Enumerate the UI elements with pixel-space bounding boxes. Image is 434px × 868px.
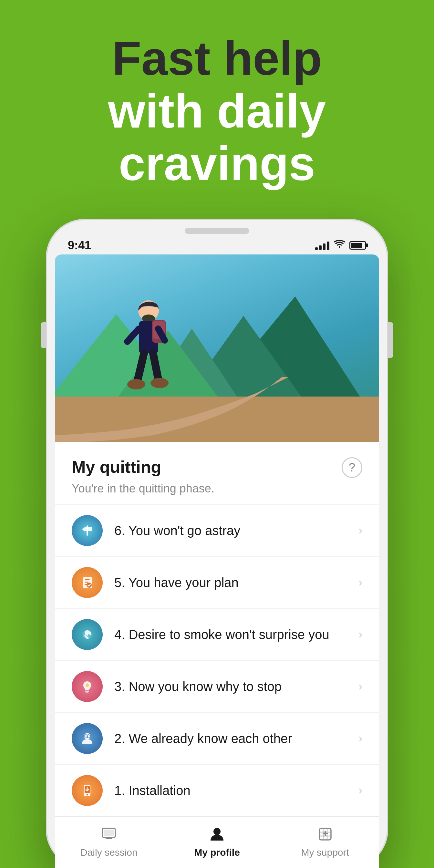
item-text-6: 6. You won't go astray: [114, 523, 359, 538]
list-item[interactable]: 5. You have your plan ›: [55, 557, 379, 609]
item-icon-6: [72, 515, 103, 546]
status-bar: 9:41: [55, 237, 379, 254]
signal-bar-1: [315, 247, 318, 250]
list-item[interactable]: 3. Now you know why to stop ›: [55, 661, 379, 713]
item-icon-3: [72, 671, 103, 702]
list-container: 6. You won't go astray ›: [55, 505, 379, 816]
chevron-icon-4: ›: [359, 628, 362, 641]
signal-bar-4: [327, 242, 330, 250]
battery-fill: [351, 243, 362, 248]
chevron-icon-3: ›: [359, 680, 362, 693]
battery-icon: [349, 241, 366, 250]
bottom-nav: Daily session My profile: [55, 816, 379, 868]
list-item[interactable]: 2. We already know each other ›: [55, 713, 379, 765]
item-icon-5: [72, 567, 103, 598]
section-subtitle: You're in the quitting phase.: [72, 482, 362, 495]
phone-wrapper: 9:41: [0, 219, 434, 868]
monitor-icon: [100, 826, 117, 842]
character-svg: [120, 297, 184, 406]
hero-line3: cravings: [0, 137, 434, 190]
chevron-icon-2: ›: [359, 732, 362, 745]
list-item[interactable]: 6. You won't go astray ›: [55, 505, 379, 557]
signal-bars-icon: [315, 241, 330, 250]
tool-icon: [80, 627, 95, 642]
nav-label-my-support: My support: [301, 847, 349, 858]
svg-line-5: [127, 329, 139, 342]
help-button[interactable]: ?: [342, 457, 362, 478]
svg-rect-13: [85, 579, 90, 580]
chevron-icon-1: ›: [359, 784, 362, 797]
hero-image: [55, 254, 379, 442]
svg-line-7: [137, 353, 144, 380]
notch-pill: [185, 228, 249, 234]
svg-point-10: [151, 378, 168, 388]
phone-notch: [55, 228, 379, 234]
chevron-icon-6: ›: [359, 524, 362, 537]
signal-bar-2: [319, 245, 321, 250]
item-icon-1: [72, 775, 103, 806]
daily-session-icon: [99, 825, 119, 844]
nav-item-my-profile[interactable]: My profile: [163, 825, 271, 858]
item-icon-4: [72, 619, 103, 650]
item-text-5: 5. You have your plan: [114, 576, 359, 590]
item-text-3: 3. Now you know why to stop: [114, 679, 359, 694]
svg-point-21: [86, 683, 89, 687]
section-title: My quitting: [72, 457, 161, 476]
status-time: 9:41: [68, 239, 91, 252]
hero-text-section: Fast help with daily cravings: [0, 0, 434, 209]
svg-rect-19: [85, 691, 89, 692]
my-quitting-section: My quitting ? You're in the quitting pha…: [55, 442, 379, 505]
list-item[interactable]: 1. Installation ›: [55, 765, 379, 816]
status-icons: [315, 240, 366, 251]
signal-bar-3: [323, 244, 326, 250]
signpost-icon: [80, 523, 95, 538]
chevron-icon-5: ›: [359, 576, 362, 589]
phone-install-icon: [80, 783, 95, 798]
nav-label-my-profile: My profile: [194, 847, 240, 858]
hero-line1: Fast help: [0, 32, 434, 85]
profile-icon: [209, 826, 225, 842]
wifi-icon: [334, 240, 345, 251]
item-text-1: 1. Installation: [114, 783, 359, 798]
support-icon: [317, 826, 334, 842]
svg-rect-14: [85, 582, 89, 583]
svg-point-9: [127, 379, 145, 390]
hero-line2: with daily: [0, 85, 434, 137]
svg-point-33: [213, 828, 221, 835]
svg-point-28: [87, 794, 88, 796]
svg-line-8: [153, 353, 158, 379]
person-icon: [80, 731, 95, 746]
road-svg: [55, 377, 379, 442]
svg-rect-20: [86, 692, 89, 693]
phone-screen: My quitting ? You're in the quitting pha…: [55, 254, 379, 868]
phone-frame: 9:41: [46, 219, 388, 868]
item-icon-2: [72, 723, 103, 754]
nav-item-my-support[interactable]: My support: [271, 825, 379, 858]
lightbulb-icon: [80, 679, 95, 694]
svg-rect-32: [104, 830, 114, 836]
my-profile-icon: [207, 825, 227, 844]
nav-item-daily-session[interactable]: Daily session: [55, 825, 163, 858]
plan-icon: [80, 575, 95, 590]
item-text-4: 4. Desire to smoke won't surprise you: [114, 627, 359, 642]
list-item[interactable]: 4. Desire to smoke won't surprise you ›: [55, 609, 379, 661]
nav-label-daily-session: Daily session: [81, 847, 137, 858]
item-text-2: 2. We already know each other: [114, 732, 359, 746]
help-icon: ?: [349, 461, 355, 474]
my-support-icon: [315, 825, 335, 844]
